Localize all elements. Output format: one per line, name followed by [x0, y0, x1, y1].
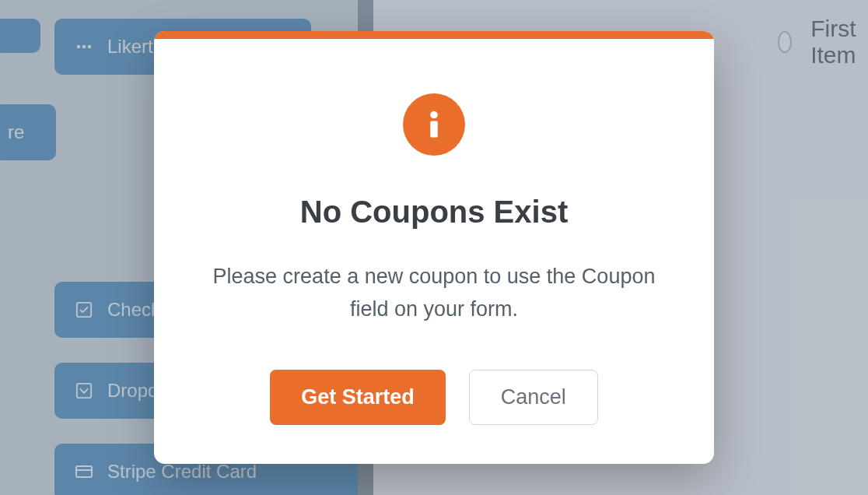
modal-title: No Coupons Exist — [193, 195, 675, 230]
modal-accent-bar — [154, 31, 714, 39]
svg-rect-8 — [430, 121, 438, 138]
cancel-button[interactable]: Cancel — [469, 370, 598, 425]
no-coupons-modal: No Coupons Exist Please create a new cou… — [154, 31, 714, 464]
modal-overlay: No Coupons Exist Please create a new cou… — [0, 0, 868, 495]
svg-point-7 — [430, 111, 438, 119]
info-icon — [403, 93, 465, 156]
modal-actions: Get Started Cancel — [193, 370, 675, 425]
modal-description: Please create a new coupon to use the Co… — [193, 261, 675, 326]
get-started-button[interactable]: Get Started — [270, 370, 446, 425]
